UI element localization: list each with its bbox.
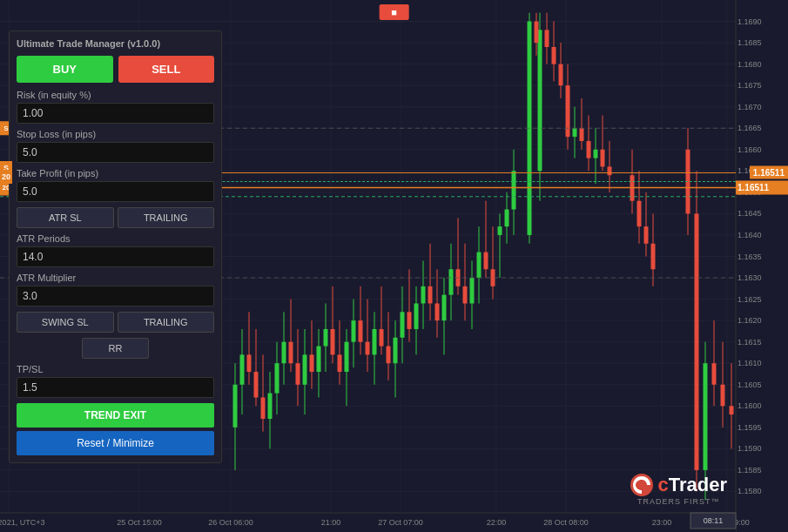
buy-sell-row: BUY SELL bbox=[17, 56, 214, 83]
trailing-button-1[interactable]: TRAILING bbox=[118, 207, 215, 228]
atr-multiplier-input[interactable] bbox=[17, 286, 214, 306]
risk-label: Risk (in equity %) bbox=[17, 90, 214, 100]
take-profit-label: Take Profit (in pips) bbox=[17, 168, 214, 178]
sell-button[interactable]: SELL bbox=[118, 56, 215, 83]
atr-multiplier-label: ATR Multiplier bbox=[17, 273, 214, 283]
atr-periods-label: ATR Periods bbox=[17, 233, 214, 244]
take-profit-input[interactable] bbox=[17, 181, 214, 202]
stop-loss-label: Stop Loss (in pips) bbox=[17, 129, 214, 139]
trailing-button-2[interactable]: TRAILING bbox=[118, 312, 215, 333]
logo-brand: cTrader bbox=[657, 474, 727, 496]
take-profit-indicator: 20 bbox=[0, 170, 12, 184]
trade-panel: Ultimate Trade Manager (v1.0.0) BUY SELL… bbox=[9, 30, 222, 463]
panel-title: Ultimate Trade Manager (v1.0.0) bbox=[17, 38, 214, 49]
top-badge: ■ bbox=[379, 4, 409, 20]
current-price-badge: 1.16511 bbox=[750, 166, 788, 179]
logo-tagline: TRADERS FIRST™ bbox=[630, 497, 727, 506]
atr-periods-input[interactable] bbox=[17, 246, 214, 267]
tpsl-label: TP/SL bbox=[17, 364, 214, 374]
atr-buttons-row: ATR SL TRAILING bbox=[17, 207, 214, 228]
rr-row: RR bbox=[17, 338, 214, 359]
ctrader-logo: cTrader TRADERS FIRST™ bbox=[630, 473, 727, 506]
top-badge-text: ■ bbox=[391, 7, 397, 17]
ctrader-icon bbox=[630, 473, 654, 497]
tpsl-input[interactable] bbox=[17, 377, 214, 398]
swing-buttons-row: SWING SL TRAILING bbox=[17, 312, 214, 333]
reset-button[interactable]: Reset / Minimize bbox=[17, 431, 214, 455]
stop-loss-input[interactable] bbox=[17, 142, 214, 163]
swing-sl-button[interactable]: SWING SL bbox=[17, 312, 114, 333]
buy-button[interactable]: BUY bbox=[17, 56, 113, 83]
risk-input[interactable] bbox=[17, 103, 214, 124]
atr-sl-button[interactable]: ATR SL bbox=[17, 207, 114, 228]
trend-exit-button[interactable]: TREND EXIT bbox=[17, 403, 214, 428]
rr-button[interactable]: RR bbox=[82, 338, 150, 359]
